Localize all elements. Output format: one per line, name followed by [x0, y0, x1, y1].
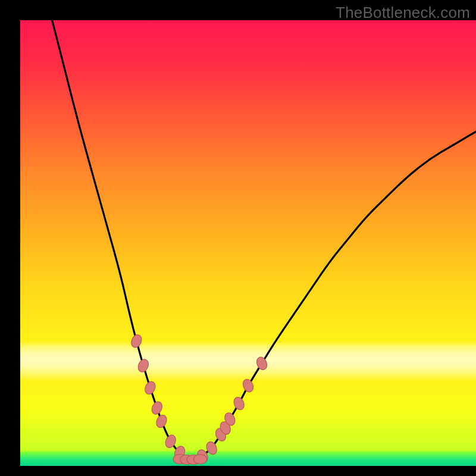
watermark-text: TheBottleneck.com: [336, 4, 470, 22]
chart-frame: TheBottleneck.com: [0, 0, 476, 476]
chart-svg: [0, 0, 476, 476]
data-marker: [194, 455, 207, 464]
gradient-background: [20, 20, 476, 466]
